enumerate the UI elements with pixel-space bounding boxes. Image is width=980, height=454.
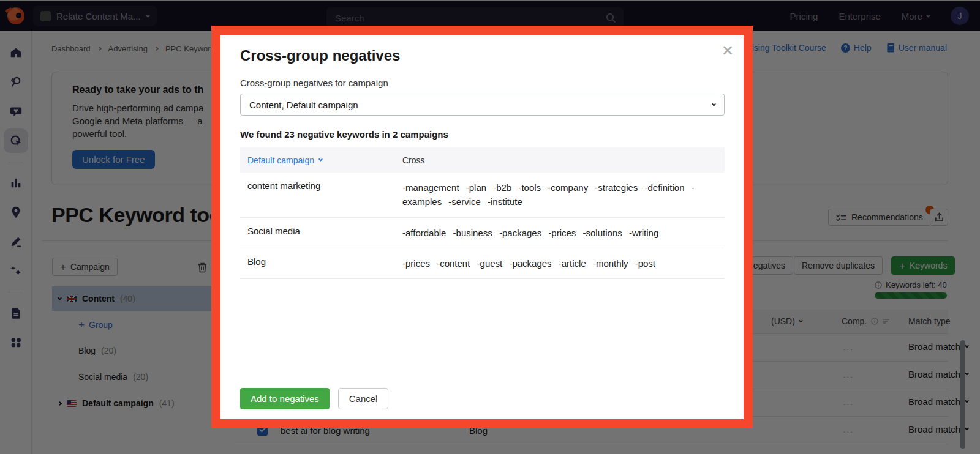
campaign-select[interactable]: Content, Default campaign xyxy=(240,94,725,116)
modal-title: Cross-group negatives xyxy=(240,47,725,64)
chevron-down-icon xyxy=(318,157,323,162)
negatives-cell: -affordable -business -packages -prices … xyxy=(402,226,725,240)
group-cell: content marketing xyxy=(240,180,402,209)
modal-footer: Add to negatives Cancel xyxy=(240,388,388,409)
group-cell: Blog xyxy=(240,256,402,270)
campaign-select-label: Cross-group negatives for campaign xyxy=(240,78,725,88)
cancel-button[interactable]: Cancel xyxy=(338,388,389,409)
negatives-row: Social media -affordable -business -pack… xyxy=(240,218,725,248)
found-summary: We found 23 negative keywords in 2 campa… xyxy=(240,129,725,140)
chevron-down-icon xyxy=(712,102,716,106)
negatives-cell: -management -plan -b2b -tools -company -… xyxy=(402,180,725,209)
negatives-cell: -prices -content -guest -packages -artic… xyxy=(402,256,725,270)
negatives-row: content marketing -management -plan -b2b… xyxy=(240,173,725,218)
negatives-row: Blog -prices -content -guest -packages -… xyxy=(240,248,725,279)
cross-column-header: Cross xyxy=(402,155,425,165)
add-to-negatives-button[interactable]: Add to negatives xyxy=(240,388,330,409)
close-icon[interactable]: ✕ xyxy=(722,43,734,58)
negatives-table-header: Default campaign Cross xyxy=(240,147,725,173)
cross-group-negatives-modal: ✕ Cross-group negatives Cross-group nega… xyxy=(221,35,744,419)
highlight-frame: ✕ Cross-group negatives Cross-group nega… xyxy=(211,26,753,428)
group-cell: Social media xyxy=(240,226,402,240)
negatives-table: Default campaign Cross content marketing… xyxy=(240,147,725,279)
group-column-header[interactable]: Default campaign xyxy=(240,155,402,165)
